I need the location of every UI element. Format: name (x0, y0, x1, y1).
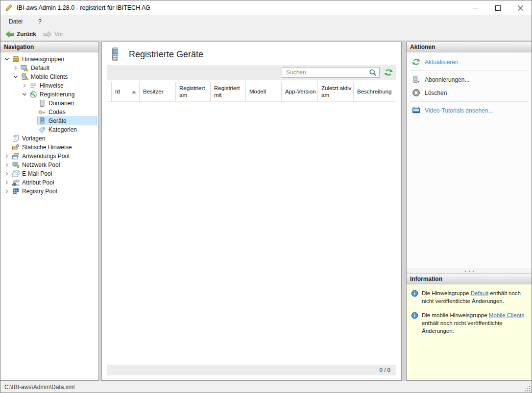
info-icon (411, 290, 418, 297)
app-icon (5, 4, 13, 12)
window-title: IBI-aws Admin 1.28.0 - registriert für I… (17, 4, 150, 11)
column-header-registriert-am[interactable]: Registriert am (176, 82, 211, 101)
chevron-collapsed-icon[interactable] (2, 170, 11, 178)
navigation-header: Navigation (0, 42, 98, 52)
monitor-warning-icon (21, 64, 29, 72)
video-tutorials-icon (412, 106, 420, 115)
devices-table-body (107, 102, 396, 365)
page-title: Registrierte Geräte (129, 49, 203, 60)
tree-item-domaenen[interactable]: Domänen (0, 99, 98, 108)
domains-icon (38, 99, 47, 107)
tree-item-anwendungs-pool[interactable]: Anwendungs Pool (0, 152, 98, 161)
tree-item-statische-hinweise[interactable]: Statische Hinweise (0, 143, 98, 152)
chevron-expanded-icon[interactable] (20, 91, 28, 98)
main-panel: Registrierte Geräte Id (101, 42, 402, 381)
attribute-pool-icon (12, 179, 20, 186)
tree-item-netzwerk-pool[interactable]: Netzwerk Pool (0, 161, 98, 169)
actions-panel: Aktionen Aktualisieren Abonnierungen.. (406, 42, 532, 269)
actions-body: Aktualisieren Abonnierungen... Lösch (407, 52, 532, 269)
tree-item-kategorien[interactable]: Kategorien (0, 125, 98, 134)
close-button[interactable] (509, 0, 532, 15)
link-default[interactable]: Default (471, 290, 488, 296)
network-pool-icon (12, 161, 20, 169)
search-icon[interactable] (369, 69, 377, 76)
back-label: Zurück (17, 31, 36, 38)
back-button[interactable]: Zurück (2, 30, 40, 39)
chevron-collapsed-icon[interactable] (2, 161, 11, 169)
search-input[interactable] (282, 69, 369, 76)
info-icon (411, 312, 418, 319)
chevron-collapsed-icon[interactable] (2, 179, 11, 186)
tree-item-geraete[interactable]: Geräte (0, 116, 98, 125)
tree-item-hinweise[interactable]: Hinweise (0, 81, 98, 90)
action-aktualisieren[interactable]: Aktualisieren (407, 55, 532, 69)
registry-pool-icon (12, 187, 20, 195)
registration-icon (29, 91, 38, 98)
tree-item-mobile-clients[interactable]: Mobile Clients (0, 72, 98, 81)
notices-icon (29, 82, 38, 90)
panel-splitter[interactable] (406, 269, 532, 274)
forward-label: Vor (54, 31, 63, 38)
main-toolbar (107, 65, 396, 80)
column-header-id[interactable]: Id (112, 82, 140, 101)
phone-warning-icon (21, 73, 29, 81)
chevron-none (2, 135, 11, 142)
link-mobile-clients[interactable]: Mobile Clients (489, 312, 524, 318)
chevron-collapsed-icon[interactable] (2, 187, 11, 195)
resize-grip-icon[interactable] (524, 385, 531, 392)
chevron-collapsed-icon[interactable] (20, 82, 28, 90)
right-column: Aktionen Aktualisieren Abonnierungen.. (406, 42, 532, 381)
chevron-collapsed-icon[interactable] (11, 64, 20, 72)
device-icon (38, 117, 47, 125)
window-controls (464, 0, 532, 15)
sort-ascending-icon (132, 91, 136, 93)
tree-item-registrierung[interactable]: Registrierung (0, 90, 98, 99)
app-window: IBI-aws Admin 1.28.0 - registriert für I… (0, 0, 532, 393)
navigation-panel: Navigation Hinweisgruppen Default Mobile… (0, 42, 99, 381)
statusbar-data-path: C:\IBI-aws\Admin\Data.xml (4, 384, 74, 391)
tree-item-codes[interactable]: Codes (0, 108, 98, 116)
navigation-toolbar: Zurück Vor (0, 28, 532, 41)
action-abonnierungen[interactable]: Abonnierungen... (407, 73, 532, 86)
chevron-none (2, 143, 11, 151)
column-header-besitzer[interactable]: Besitzer (140, 82, 176, 101)
tree-item-hinweisgruppen[interactable]: Hinweisgruppen (0, 55, 98, 64)
action-video-tutorials[interactable]: Video-Tutorials ansehen... (407, 104, 532, 117)
forward-button[interactable]: Vor (40, 30, 67, 39)
search-box (282, 67, 380, 78)
menu-help[interactable]: ? (33, 16, 47, 27)
tree-item-attribut-pool[interactable]: Attribut Pool (0, 178, 98, 187)
actions-separator (410, 101, 528, 102)
registered-devices-icon (110, 47, 121, 62)
forward-arrow-icon (43, 31, 52, 38)
notice-groups-icon (12, 55, 20, 63)
statusbar: C:\IBI-aws\Admin\Data.xml (0, 381, 532, 393)
tree-item-default[interactable]: Default (0, 64, 98, 72)
column-header-beschreibung[interactable]: Beschreibung (354, 82, 396, 101)
maximize-button[interactable] (486, 0, 509, 15)
chevron-none (29, 126, 37, 134)
column-header-app-version[interactable]: App-Version (282, 82, 318, 101)
tree-item-vorlagen[interactable]: Vorlagen (0, 134, 98, 143)
actions-header: Aktionen (407, 42, 532, 52)
tree-item-registry-pool[interactable]: Registry Pool (0, 187, 98, 196)
splitter-grip-icon (464, 270, 475, 273)
static-notices-icon (12, 143, 20, 151)
column-header-modell[interactable]: Modell (246, 82, 282, 101)
information-header: Information (407, 274, 532, 284)
chevron-expanded-icon[interactable] (11, 73, 20, 81)
column-header-registriert-mit[interactable]: Registriert mit (211, 82, 246, 101)
minimize-button[interactable] (464, 0, 486, 15)
applications-pool-icon (12, 152, 20, 160)
delete-icon (412, 89, 420, 97)
tree-item-email-pool[interactable]: E-Mail Pool (0, 169, 98, 178)
actions-separator (410, 70, 528, 71)
refresh-button[interactable] (384, 68, 393, 77)
menu-datei[interactable]: Datei (4, 16, 27, 27)
chevron-collapsed-icon[interactable] (2, 152, 11, 160)
chevron-expanded-icon[interactable] (2, 55, 11, 63)
action-loeschen[interactable]: Löschen (407, 86, 532, 99)
column-header-zuletzt-aktiv-am[interactable]: Zuletzt aktiv am (318, 82, 354, 101)
content-area: Navigation Hinweisgruppen Default Mobile… (0, 41, 532, 381)
templates-icon (12, 135, 20, 142)
